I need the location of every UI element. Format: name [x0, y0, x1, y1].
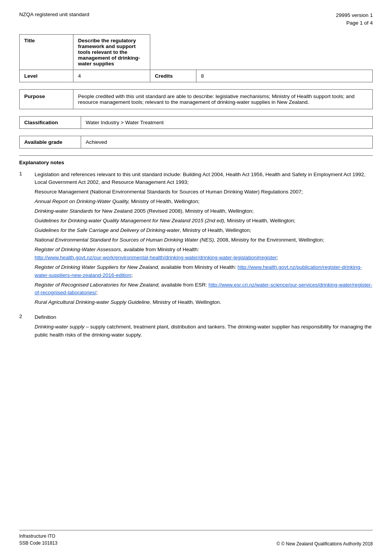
- level-row: Level 4 Credits 8: [20, 70, 373, 82]
- header-right: 29995 version 1 Page 1 of 4: [336, 12, 373, 27]
- page-header: NZQA registered unit standard 29995 vers…: [19, 12, 373, 27]
- classification-value: Water Industry > Water Treatment: [81, 116, 373, 128]
- page-footer: Infrastructure ITO SSB Code 101813 © © N…: [19, 530, 373, 547]
- notes-list: 1 Legislation and references relevant to…: [19, 171, 373, 341]
- classification-row: Classification Water Industry > Water Tr…: [20, 116, 373, 128]
- note-content-2: Definition Drinking-water supply – suppl…: [35, 313, 373, 341]
- footer-ssb: SSB Code 101813: [19, 540, 57, 547]
- note-item-1: 1 Legislation and references relevant to…: [19, 171, 373, 308]
- title-value: Describe the regulatory framework and su…: [73, 34, 150, 70]
- footer-center: © © New Zealand Qualifications Authority…: [277, 541, 373, 547]
- title-table: Title Describe the regulatory framework …: [19, 34, 373, 82]
- available-grade-table: Available grade Achieved: [19, 136, 373, 148]
- purpose-text: People credited with this unit standard …: [73, 89, 373, 109]
- credits-value: 8: [196, 70, 373, 82]
- page-number: Page 1 of 4: [336, 19, 373, 27]
- footer-copyright: © © New Zealand Qualifications Authority…: [277, 541, 373, 547]
- classification-table: Classification Water Industry > Water Tr…: [19, 116, 373, 129]
- explanatory-notes-title: Explanatory notes: [19, 160, 373, 165]
- level-value: 4: [73, 70, 150, 82]
- level-label: Level: [20, 70, 73, 82]
- note-item-2: 2 Definition Drinking-water supply – sup…: [19, 313, 373, 341]
- purpose-table: Purpose People credited with this unit s…: [19, 89, 373, 109]
- footer-org: Infrastructure ITO: [19, 533, 57, 540]
- header-left: NZQA registered unit standard: [19, 12, 89, 17]
- footer-left: Infrastructure ITO SSB Code 101813: [19, 533, 57, 547]
- title-row: Title Describe the regulatory framework …: [20, 34, 373, 70]
- note-number-2: 2: [19, 313, 35, 341]
- purpose-row: Purpose People credited with this unit s…: [20, 89, 373, 109]
- available-grade-label: Available grade: [20, 136, 81, 148]
- purpose-label: Purpose: [20, 89, 73, 109]
- title-label: Title: [20, 34, 73, 70]
- available-grade-value: Achieved: [81, 136, 373, 148]
- link-assessors[interactable]: http://www.health.govt.nz/our-work/envir…: [35, 255, 277, 260]
- version-text: 29995 version 1: [336, 12, 373, 19]
- classification-label: Classification: [20, 116, 81, 128]
- registered-unit-label: NZQA registered unit standard: [19, 12, 89, 17]
- credits-label: Credits: [150, 70, 196, 82]
- note-content-1: Legislation and references relevant to t…: [35, 171, 373, 308]
- available-grade-row: Available grade Achieved: [20, 136, 373, 148]
- section-divider: [19, 155, 373, 156]
- note-number-1: 1: [19, 171, 35, 308]
